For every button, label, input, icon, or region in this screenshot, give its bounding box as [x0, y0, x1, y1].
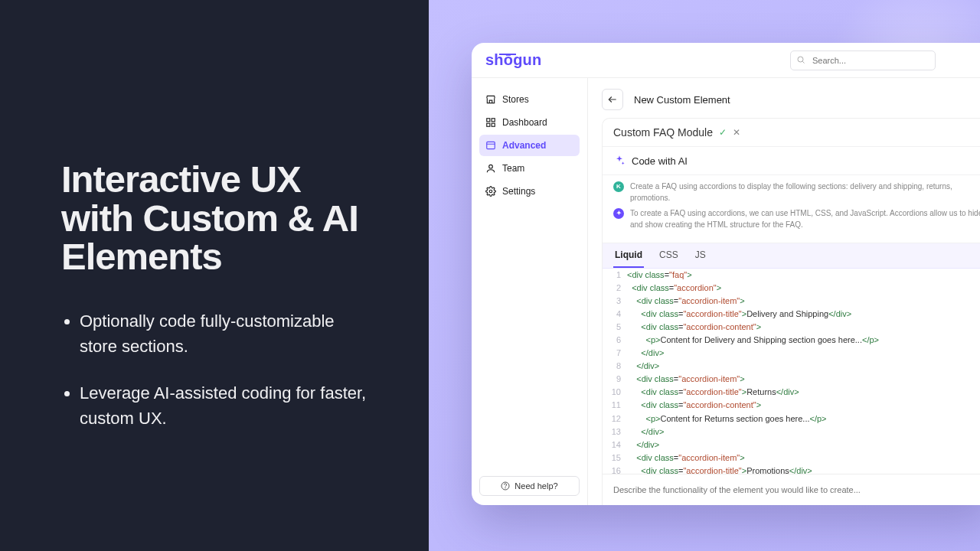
page-title: New Custom Element	[634, 94, 730, 106]
sidebar-item-label: Dashboard	[502, 117, 547, 128]
code-line: <p>Content for Returns section goes here…	[627, 412, 980, 425]
line-number: 8	[603, 360, 627, 373]
avatar: ✦	[613, 208, 624, 219]
line-number: 14	[603, 439, 627, 452]
tab-css[interactable]: CSS	[658, 243, 680, 268]
sidebar: StoresDashboardAdvancedTeamSettings Need…	[472, 78, 588, 505]
code-line: <div class="accordion">	[627, 282, 980, 295]
hero-headline: Interactive UX with Custom & AI Elements	[61, 160, 368, 277]
sidebar-item-settings[interactable]: Settings	[479, 181, 580, 202]
svg-rect-6	[487, 142, 495, 148]
search-icon	[796, 55, 805, 64]
sidebar-item-team[interactable]: Team	[479, 158, 580, 179]
chat-message: KCreate a FAQ using accordions to displa…	[613, 181, 980, 204]
sidebar-item-label: Stores	[502, 94, 529, 105]
line-number: 2	[603, 282, 627, 295]
code-line: </div>	[627, 360, 980, 373]
help-label: Need help?	[514, 481, 557, 491]
brand-logo: shōgun	[485, 51, 541, 69]
code-line: <div class="accordion-title">Returns</di…	[627, 386, 980, 399]
avatar: K	[613, 181, 624, 192]
svg-point-11	[505, 487, 506, 488]
code-line: <div class="accordion-item">	[627, 373, 980, 386]
advanced-icon	[485, 140, 496, 151]
svg-line-1	[802, 61, 804, 63]
line-number: 16	[603, 465, 627, 474]
module-title: Custom FAQ Module	[613, 126, 713, 139]
sidebar-item-dashboard[interactable]: Dashboard	[479, 112, 580, 133]
ai-label: Code with AI	[632, 155, 688, 167]
ai-row[interactable]: Code with AI	[603, 147, 980, 175]
sidebar-item-advanced[interactable]: Advanced	[479, 135, 580, 156]
line-number: 10	[603, 386, 627, 399]
sidebar-item-stores[interactable]: Stores	[479, 89, 580, 110]
code-line: <p>Content for Delivery and Shipping sec…	[627, 334, 980, 347]
message-text: Create a FAQ using accordions to display…	[630, 181, 980, 204]
search-wrap	[790, 51, 936, 70]
line-number: 7	[603, 347, 627, 360]
svg-point-0	[798, 57, 803, 62]
line-number: 6	[603, 334, 627, 347]
main-area: New Custom Element Custom FAQ Module ✓ ✕…	[588, 78, 980, 505]
breadcrumb-row: New Custom Element	[588, 78, 980, 118]
sidebar-nav: StoresDashboardAdvancedTeamSettings	[479, 89, 580, 204]
arrow-left-icon	[607, 94, 618, 105]
app-topbar: shōgun	[472, 43, 980, 78]
tab-js[interactable]: JS	[694, 243, 707, 268]
app-window: shōgun StoresDashboardAdvancedTeamSettin…	[472, 43, 980, 505]
help-button[interactable]: Need help?	[479, 476, 580, 496]
svg-rect-4	[492, 123, 495, 126]
code-line: <div class="accordion-title">Promotions<…	[627, 465, 980, 474]
svg-rect-2	[487, 119, 490, 122]
line-number: 3	[603, 295, 627, 308]
chat-message: ✦To create a FAQ using accordions, we ca…	[613, 208, 980, 230]
panel-head: Custom FAQ Module ✓ ✕	[603, 119, 980, 147]
line-number: 5	[603, 321, 627, 334]
editor-panel: Custom FAQ Module ✓ ✕ Code with AI KCrea…	[602, 118, 980, 505]
code-line: <div class="faq">	[627, 269, 980, 282]
code-line: <div class="accordion-content">	[627, 321, 980, 334]
svg-rect-3	[492, 119, 495, 122]
line-number: 13	[603, 425, 627, 439]
code-line: <div class="accordion-item">	[627, 452, 980, 465]
hero-bullet: Leverage AI-assisted coding for faster, …	[80, 380, 368, 431]
line-number: 15	[603, 452, 627, 465]
help-icon	[501, 481, 510, 491]
code-line: <div class="accordion-title">Delivery an…	[627, 308, 980, 321]
dashboard-icon	[485, 117, 496, 128]
search-input[interactable]	[790, 51, 936, 70]
hero-bullet: Optionally code fully-customizable store…	[80, 308, 368, 359]
hero-bullets: Optionally code fully-customizable store…	[61, 308, 368, 452]
code-line: </div>	[627, 347, 980, 360]
sidebar-item-label: Team	[502, 163, 524, 174]
chat-messages: KCreate a FAQ using accordions to displa…	[603, 175, 980, 243]
prompt-bar	[603, 474, 980, 505]
code-line: <div class="accordion-content">	[627, 399, 980, 412]
svg-point-8	[489, 165, 493, 168]
line-number: 11	[603, 399, 627, 412]
message-text: To create a FAQ using accordions, we can…	[630, 208, 980, 230]
svg-point-9	[489, 190, 492, 193]
sparkle-icon	[613, 155, 626, 167]
code-line: </div>	[627, 439, 980, 452]
code-line: <div class="accordion-item">	[627, 295, 980, 308]
svg-rect-5	[487, 123, 490, 126]
code-line: </div>	[627, 425, 980, 439]
code-editor[interactable]: 1<div class="faq">2 <div class="accordio…	[603, 269, 980, 474]
settings-icon	[485, 186, 496, 197]
prompt-input[interactable]	[613, 481, 980, 499]
confirm-icon[interactable]: ✓	[719, 127, 727, 138]
hero-panel: Interactive UX with Custom & AI Elements…	[0, 0, 429, 551]
line-number: 9	[603, 373, 627, 386]
back-button[interactable]	[602, 89, 623, 110]
line-number: 1	[603, 269, 627, 282]
team-icon	[485, 163, 496, 174]
sidebar-item-label: Advanced	[502, 140, 546, 151]
close-icon[interactable]: ✕	[733, 127, 740, 138]
code-tabs: LiquidCSSJS	[603, 243, 980, 269]
app-preview-panel: shōgun StoresDashboardAdvancedTeamSettin…	[429, 0, 980, 551]
app-body: StoresDashboardAdvancedTeamSettings Need…	[472, 78, 980, 505]
store-icon	[485, 94, 496, 105]
line-number: 12	[603, 412, 627, 425]
tab-liquid[interactable]: Liquid	[613, 243, 644, 268]
